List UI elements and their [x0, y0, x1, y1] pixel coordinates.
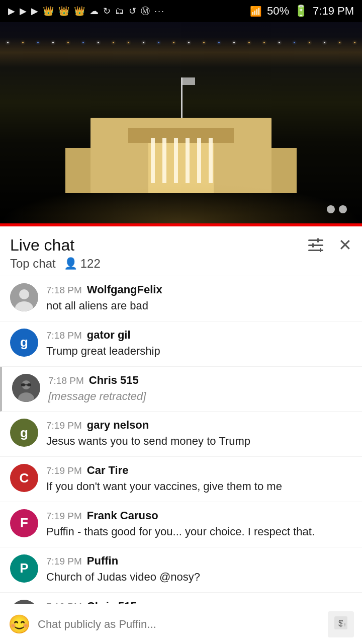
status-bar-left: ▶ ▶ ▶ 👑 👑 👑 ☁ ↻ 🗂 ↺ Ⓜ ···	[8, 5, 165, 17]
message-user: Puffin	[87, 554, 118, 568]
message-time: 7:18 PM	[46, 285, 82, 296]
avatar: g	[10, 419, 38, 447]
chat-header-actions: ✕	[307, 235, 352, 255]
chat-messages-container: 7:18 PM WolfgangFelix not all aliens are…	[0, 276, 362, 644]
message-content: 7:18 PM Chris 515 [message retracted]	[48, 374, 352, 405]
message-user: Car Tire	[87, 464, 129, 477]
chat-message: P 7:19 PM Puffin Church of Judas video @…	[0, 547, 362, 593]
video-dot-2	[339, 205, 347, 213]
message-user: WolfgangFelix	[87, 283, 162, 296]
svg-rect-2	[308, 245, 323, 246]
message-text: Jesus wants you to send money to Trump	[46, 434, 352, 449]
svg-rect-5	[320, 248, 321, 252]
svg-rect-14	[25, 384, 27, 385]
message-content: 7:19 PM Puffin Church of Judas video @no…	[46, 554, 352, 585]
message-user: Chris 515	[89, 374, 139, 387]
svg-rect-0	[308, 239, 323, 241]
avatar	[12, 374, 40, 402]
svg-rect-3	[312, 243, 314, 248]
avatar: F	[10, 509, 38, 537]
message-text: not all aliens are bad	[46, 298, 352, 314]
top-chat-label[interactable]: Top chat	[10, 257, 56, 271]
battery-icon: 🔋	[294, 5, 308, 18]
filter-button[interactable]	[307, 238, 324, 252]
send-superchat-button[interactable]: $ ↑	[328, 611, 354, 637]
avatar: g	[10, 329, 38, 357]
message-content: 7:19 PM Car Tire If you don't want your …	[46, 464, 352, 495]
svg-text:↑: ↑	[344, 622, 346, 627]
message-content: 7:19 PM gary nelson Jesus wants you to s…	[46, 419, 352, 449]
message-time: 7:19 PM	[46, 465, 82, 476]
message-text: [message retracted]	[48, 389, 352, 405]
video-player[interactable]	[0, 22, 362, 223]
chat-message: g 7:18 PM gator gil Trump great leadersh…	[0, 321, 362, 367]
message-time: 7:19 PM	[46, 420, 82, 431]
dollar-icon: $ ↑	[333, 615, 348, 633]
close-icon: ✕	[338, 235, 352, 255]
video-dot-1	[327, 205, 335, 213]
message-user: Frank Caruso	[87, 509, 158, 522]
message-text: Trump great leadership	[46, 344, 352, 359]
avatar: C	[10, 464, 38, 492]
message-user: gary nelson	[87, 419, 149, 432]
viewers-count: 👤 122	[64, 257, 101, 271]
chat-message: 7:18 PM WolfgangFelix not all aliens are…	[0, 276, 362, 321]
message-time: 7:19 PM	[46, 511, 82, 522]
message-content: 7:19 PM Frank Caruso Puffin - thats good…	[46, 509, 352, 540]
message-time: 7:18 PM	[46, 330, 82, 341]
chat-input-bar: 😊 $ ↑	[0, 604, 362, 644]
chat-header: Live chat ✕ Top chat 👤 122	[0, 226, 362, 276]
svg-rect-12	[21, 383, 25, 386]
message-text: If you don't want your vaccines, give th…	[46, 479, 352, 495]
chat-title: Live chat	[10, 236, 74, 255]
avatar	[10, 283, 38, 311]
chat-message: C 7:19 PM Car Tire If you don't want you…	[0, 457, 362, 502]
wifi-icon: 📶	[250, 6, 262, 17]
close-button[interactable]: ✕	[338, 235, 352, 255]
message-time: 7:18 PM	[48, 375, 84, 386]
chat-message: 7:18 PM Chris 515 [message retracted]	[0, 367, 362, 412]
chat-input[interactable]	[38, 618, 321, 631]
status-bar-right: 📶 50% 🔋 7:19 PM	[250, 5, 354, 18]
svg-rect-13	[27, 383, 31, 386]
svg-rect-1	[317, 238, 319, 243]
message-user: gator gil	[87, 329, 131, 342]
message-content: 7:18 PM gator gil Trump great leadership	[46, 329, 352, 359]
avatar: P	[10, 554, 38, 583]
battery-percent: 50%	[267, 5, 289, 18]
status-bar: ▶ ▶ ▶ 👑 👑 👑 ☁ ↻ 🗂 ↺ Ⓜ ··· 📶 50% 🔋 7:19 P…	[0, 0, 362, 22]
message-time: 7:19 PM	[46, 556, 82, 567]
emoji-button[interactable]: 😊	[8, 614, 31, 635]
app-icons: ▶ ▶ ▶ 👑 👑 👑 ☁ ↻ 🗂 ↺ Ⓜ ···	[8, 5, 165, 17]
message-text: Church of Judas video @nosy?	[46, 570, 352, 585]
svg-point-7	[19, 289, 29, 299]
chat-message: g 7:19 PM gary nelson Jesus wants you to…	[0, 412, 362, 457]
emoji-icon: 😊	[8, 614, 31, 634]
person-icon: 👤	[64, 257, 77, 270]
message-content: 7:18 PM WolfgangFelix not all aliens are…	[46, 283, 352, 314]
viewer-number: 122	[80, 257, 101, 271]
message-text: Puffin - thats good for you... your choi…	[46, 524, 352, 540]
chat-message: F 7:19 PM Frank Caruso Puffin - thats go…	[0, 502, 362, 547]
clock: 7:19 PM	[313, 5, 354, 18]
